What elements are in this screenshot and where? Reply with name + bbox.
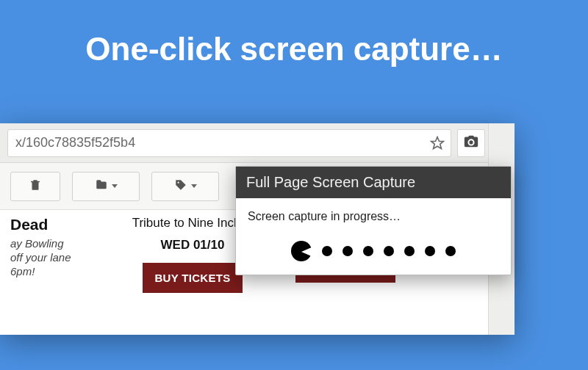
progress-dot <box>445 246 456 256</box>
delete-button[interactable] <box>10 172 60 201</box>
camera-icon <box>463 134 479 153</box>
event-subtitle: ay Bowling off your lane 6pm! <box>10 237 106 278</box>
event-title: Dead <box>10 216 106 233</box>
popup-status-message: Screen capture in progress… <box>248 210 499 223</box>
popup-title: Full Page Screen Capture <box>236 167 511 198</box>
bookmark-star-icon[interactable] <box>430 136 445 150</box>
progress-dot <box>425 246 435 256</box>
progress-dot <box>363 246 373 256</box>
pacman-icon <box>291 241 312 261</box>
move-to-folder-button[interactable] <box>72 172 140 201</box>
progress-indicator <box>248 241 499 261</box>
address-bar: x/160c78835f52f5b4 <box>0 123 514 163</box>
progress-dot <box>343 246 353 256</box>
progress-dot <box>404 246 415 256</box>
tag-icon <box>173 178 188 195</box>
screen-capture-extension-button[interactable] <box>457 129 485 157</box>
chevron-down-icon <box>191 184 197 188</box>
trash-icon <box>29 178 42 195</box>
progress-dot <box>322 246 332 256</box>
event-block-1: Dead ay Bowling off your lane 6pm! <box>10 216 106 278</box>
label-button[interactable] <box>151 172 219 201</box>
chevron-down-icon <box>112 184 118 188</box>
url-field[interactable]: x/160c78835f52f5b4 <box>7 129 451 157</box>
buy-tickets-button[interactable]: BUY TICKETS <box>143 263 242 293</box>
folder-icon <box>94 178 109 195</box>
svg-marker-0 <box>431 137 444 148</box>
url-text: x/160c78835f52f5b4 <box>15 135 135 150</box>
promo-headline: One-click screen capture… <box>0 0 588 68</box>
extension-popup: Full Page Screen Capture Screen capture … <box>235 166 512 275</box>
progress-dot <box>384 246 394 256</box>
